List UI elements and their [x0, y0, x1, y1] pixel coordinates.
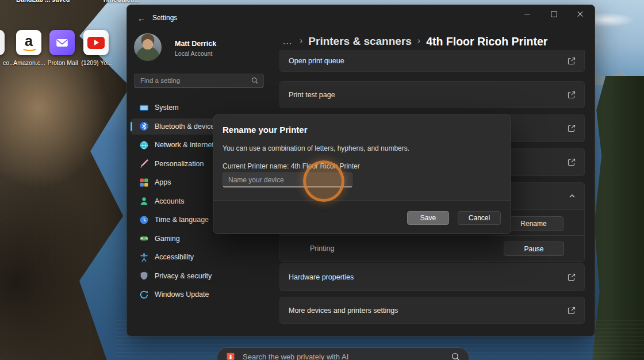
dialog-footer: Save Cancel	[213, 200, 511, 233]
external-link-icon	[568, 307, 576, 315]
person-icon	[139, 196, 149, 206]
settings-search-box[interactable]	[134, 74, 264, 87]
breadcrumb: … › Printers & scanners › 4th Floor Rico…	[281, 32, 547, 51]
avatar[interactable]	[134, 33, 162, 61]
external-link-icon	[568, 273, 576, 281]
bluetooth-icon	[139, 121, 149, 131]
globe-icon	[139, 140, 149, 150]
sidebar-item-windows-update[interactable]: Windows Update	[131, 286, 264, 302]
amazon-smile-arc	[21, 43, 38, 51]
play-triangle-icon	[94, 40, 99, 45]
desktop: BandLab ... saved TimeCalcu... co... a A…	[0, 0, 644, 360]
breadcrumb-parent[interactable]: Printers & scanners	[308, 35, 412, 48]
sidebar-item-privacy-security[interactable]: Privacy & security	[131, 268, 264, 284]
close-icon	[577, 11, 584, 18]
sidebar-item-system[interactable]: System	[131, 99, 264, 116]
row-print-test-page[interactable]: Print test page	[279, 81, 585, 108]
pause-button[interactable]: Pause	[504, 242, 564, 256]
page-title: 4th Floor Ricoh Printer	[426, 35, 547, 48]
search-icon[interactable]	[451, 352, 461, 360]
amazon-icon[interactable]: a	[16, 30, 41, 55]
selection-indicator	[131, 122, 132, 131]
close-button[interactable]	[567, 5, 593, 23]
sidebar-item-accessibility[interactable]: Accessibility	[131, 249, 264, 265]
dialog-title: Rename your Printer	[223, 125, 308, 135]
minimize-icon	[524, 14, 530, 14]
printer-name-input[interactable]	[223, 173, 352, 187]
desktop-icon-partial[interactable]	[0, 30, 5, 55]
external-link-icon	[568, 91, 576, 99]
accessibility-person-icon	[139, 252, 149, 262]
youtube-icon[interactable]	[83, 30, 109, 55]
user-name: Matt Derrick	[175, 40, 216, 48]
rename-printer-dialog: Rename your Printer You can use a combin…	[213, 114, 511, 234]
printing-label: Printing	[310, 244, 334, 252]
account-type: Local Account	[175, 50, 212, 57]
brush-icon	[139, 159, 149, 168]
desktop-icon-label: Amazon.c...	[12, 59, 47, 66]
row-open-print-queue[interactable]: Open print queue	[279, 50, 585, 72]
current-printer-name: Current Printer name: 4th Floor Ricoh Pr…	[223, 162, 360, 170]
web-search-bar[interactable]	[217, 347, 469, 360]
search-icon	[251, 76, 259, 85]
breadcrumb-overflow-button[interactable]: …	[281, 36, 294, 47]
printing-row: Printing Pause	[280, 235, 584, 261]
tree-line	[592, 76, 644, 360]
desktop-icon-label: Proton Mail	[45, 59, 80, 66]
dialog-description: You can use a combination of letters, hy…	[223, 144, 409, 152]
update-arrows-icon	[139, 290, 149, 300]
save-button[interactable]: Save	[407, 211, 449, 225]
desktop-icon-label: (1209) Yo...	[79, 59, 114, 66]
row-more-devices-printers-settings[interactable]: More devices and printers settings	[279, 297, 585, 324]
rename-button[interactable]: Rename	[504, 216, 564, 231]
external-link-icon	[568, 124, 576, 132]
shield-icon	[139, 271, 149, 281]
system-icon	[139, 103, 149, 113]
desktop-icon-label-top-right: TimeCalcu...	[102, 0, 140, 3]
chevron-right-icon: ›	[300, 36, 302, 46]
chevron-right-icon: ›	[417, 36, 420, 46]
window-controls	[514, 5, 593, 23]
row-hardware-properties[interactable]: Hardware properties	[279, 263, 585, 291]
settings-search-input[interactable]	[139, 76, 251, 85]
external-link-icon	[568, 158, 576, 166]
envelope-icon	[55, 35, 70, 50]
external-link-icon	[568, 57, 576, 65]
window-title: Settings	[152, 14, 177, 22]
minimize-button[interactable]	[514, 5, 540, 23]
youtube-play-badge	[87, 37, 105, 49]
brave-icon	[225, 352, 236, 360]
gamepad-icon	[139, 233, 149, 243]
maximize-icon	[551, 11, 557, 17]
cancel-button[interactable]: Cancel	[458, 211, 501, 225]
apps-grid-icon	[139, 178, 149, 187]
clock-icon	[139, 215, 149, 225]
settings-window: ← Settings Matt Derrick Local Account Sy…	[126, 5, 595, 336]
web-search-input[interactable]	[241, 352, 451, 360]
chevron-up-icon	[569, 193, 576, 200]
proton-mail-icon[interactable]	[49, 30, 75, 55]
desktop-icon-label-top-left: BandLab ... saved	[16, 0, 70, 3]
maximize-button[interactable]	[540, 5, 567, 23]
back-button[interactable]: ←	[133, 12, 150, 25]
